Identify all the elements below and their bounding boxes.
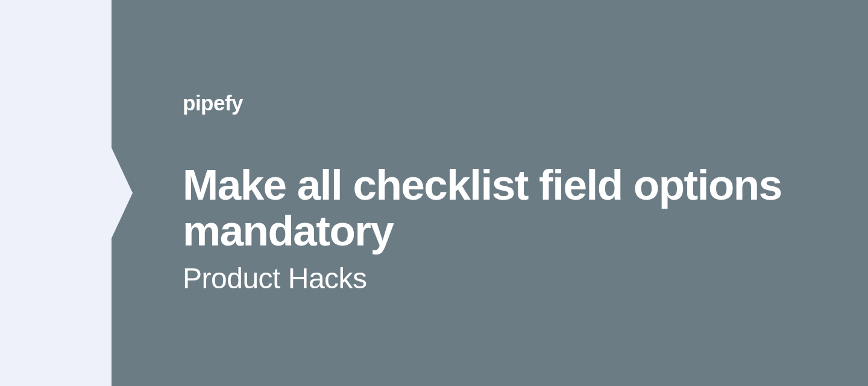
sidebar-panel: [0, 0, 112, 386]
arrow-pointer-icon: [112, 148, 133, 238]
brand-logo: pipefy: [183, 91, 832, 115]
page-title: Make all checklist field options mandato…: [183, 162, 832, 254]
main-panel: pipefy Make all checklist field options …: [112, 0, 868, 386]
page-subtitle: Product Hacks: [183, 262, 832, 295]
